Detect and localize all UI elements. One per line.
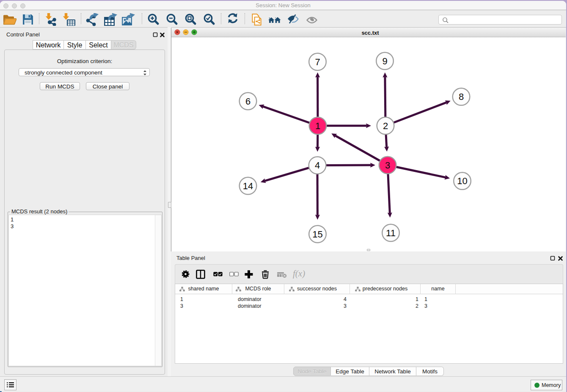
svg-text:2: 2	[383, 121, 388, 131]
svg-text:1: 1	[315, 121, 320, 131]
svg-text:9: 9	[382, 56, 387, 66]
svg-text:15: 15	[312, 229, 322, 240]
svg-text:7: 7	[315, 57, 320, 67]
svg-text:4: 4	[315, 160, 320, 171]
svg-text:6: 6	[245, 96, 250, 107]
svg-text:10: 10	[457, 176, 467, 186]
svg-text:11: 11	[386, 228, 396, 238]
svg-text:14: 14	[243, 181, 253, 191]
svg-text:8: 8	[459, 91, 464, 102]
svg-text:3: 3	[385, 160, 390, 171]
